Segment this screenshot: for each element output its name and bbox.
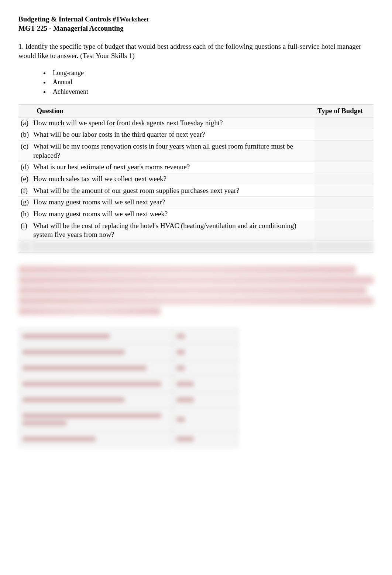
row-answer	[314, 197, 374, 208]
row-answer	[314, 117, 374, 129]
row-label: (d)	[18, 161, 31, 173]
blurred-line	[176, 381, 194, 387]
blurred-table-row	[19, 431, 238, 447]
blurred-cell	[19, 328, 173, 344]
blurred-line	[23, 350, 125, 355]
header-question: Question	[31, 105, 314, 117]
blurred-cell	[172, 431, 238, 447]
row-question: How many guest rooms will we sell next w…	[31, 208, 314, 220]
blurred-cell	[172, 344, 238, 360]
header-type: Type of Budget	[314, 105, 374, 117]
row-question: What is our best estimate of next year's…	[31, 161, 314, 173]
row-question: What will be the cost of replacing the h…	[31, 220, 314, 241]
row-question: What will be our labor costs in the thir…	[31, 129, 314, 141]
blurred-table-row	[19, 392, 238, 408]
blurred-line	[23, 334, 110, 339]
blurred-cell	[18, 241, 31, 253]
table-row: (c) What will be my rooms renovation cos…	[18, 140, 374, 161]
blurred-line	[23, 436, 96, 442]
blurred-cell	[19, 392, 173, 408]
row-answer	[314, 129, 374, 141]
blurred-line	[18, 276, 374, 284]
blurred-cell	[19, 408, 173, 431]
row-question: What will be the amount of our guest roo…	[31, 185, 314, 197]
row-answer	[314, 208, 374, 220]
blurred-line	[176, 417, 185, 422]
worksheet-label: Worksheet	[120, 16, 148, 23]
table-row: (h) How many guest rooms will we sell ne…	[18, 208, 374, 220]
table-row: (g) How many guest rooms will we sell ne…	[18, 197, 374, 208]
blurred-table-row	[19, 328, 238, 344]
blurred-cell	[172, 360, 238, 376]
row-label: (f)	[18, 185, 31, 197]
table-row: (i) What will be the cost of replacing t…	[18, 220, 374, 241]
row-answer	[314, 161, 374, 173]
table-row: (d) What is our best estimate of next ye…	[18, 161, 374, 173]
blurred-cell	[19, 376, 173, 392]
blurred-paragraph	[18, 266, 374, 315]
row-label: (e)	[18, 173, 31, 185]
blurred-line	[23, 413, 161, 418]
blurred-row	[18, 241, 374, 253]
row-label: (h)	[18, 208, 31, 220]
row-answer	[314, 185, 374, 197]
list-item: Achievement	[50, 88, 374, 96]
row-answer	[314, 173, 374, 185]
table-row: (a) How much will we spend for front des…	[18, 117, 374, 129]
blurred-line	[18, 297, 374, 305]
blurred-cell	[172, 328, 238, 344]
blurred-cell	[31, 241, 314, 253]
blurred-cell	[314, 241, 374, 253]
blurred-cell	[172, 408, 238, 431]
row-label: (b)	[18, 129, 31, 141]
document-subtitle: MGT 225 - Managerial Accounting	[18, 24, 374, 33]
blurred-line	[176, 365, 185, 371]
blurred-line	[176, 436, 194, 442]
row-answer	[314, 220, 374, 241]
blurred-line	[18, 266, 356, 274]
list-item: Long-range	[50, 69, 374, 77]
blurred-cell	[172, 392, 238, 408]
document-header: Budgeting & Internal Controls #1Workshee…	[18, 15, 374, 33]
blurred-line	[18, 307, 161, 315]
blurred-table-row	[19, 376, 238, 392]
row-label: (i)	[18, 220, 31, 241]
blurred-cell	[19, 431, 173, 447]
row-question: How much will we spend for front desk ag…	[31, 117, 314, 129]
row-question: How much sales tax will we collect next …	[31, 173, 314, 185]
row-label: (c)	[18, 140, 31, 161]
table-row: (e) How much sales tax will we collect n…	[18, 173, 374, 185]
blurred-line	[23, 381, 161, 387]
blurred-cell	[19, 344, 173, 360]
document-title: Budgeting & Internal Controls #1	[18, 15, 120, 23]
question-1-intro: 1. Identify the specific type of budget …	[18, 42, 374, 60]
blurred-line	[23, 365, 147, 371]
list-item: Annual	[50, 78, 374, 86]
budget-types-list: Long-range Annual Achievement	[50, 69, 374, 96]
table-header-row: Question Type of Budget	[18, 105, 374, 117]
blurred-line	[176, 334, 185, 339]
blurred-line	[23, 421, 66, 426]
blurred-table-row	[19, 408, 238, 431]
row-label: (a)	[18, 117, 31, 129]
blurred-line	[23, 397, 125, 402]
blurred-line	[176, 350, 185, 355]
blurred-line	[18, 286, 367, 295]
table-row: (b) What will be our labor costs in the …	[18, 129, 374, 141]
question-table: Question Type of Budget (a) How much wil…	[18, 104, 374, 253]
row-answer	[314, 140, 374, 161]
blurred-cell	[172, 376, 238, 392]
header-blank	[18, 105, 31, 117]
table-row: (f) What will be the amount of our guest…	[18, 185, 374, 197]
blurred-cell	[19, 360, 173, 376]
blurred-table-row	[19, 344, 238, 360]
blurred-table	[18, 328, 238, 447]
blurred-line	[176, 397, 194, 402]
row-question: What will be my rooms renovation costs i…	[31, 140, 314, 161]
row-label: (g)	[18, 197, 31, 208]
blurred-table-row	[19, 360, 238, 376]
row-question: How many guest rooms will we sell next y…	[31, 197, 314, 208]
